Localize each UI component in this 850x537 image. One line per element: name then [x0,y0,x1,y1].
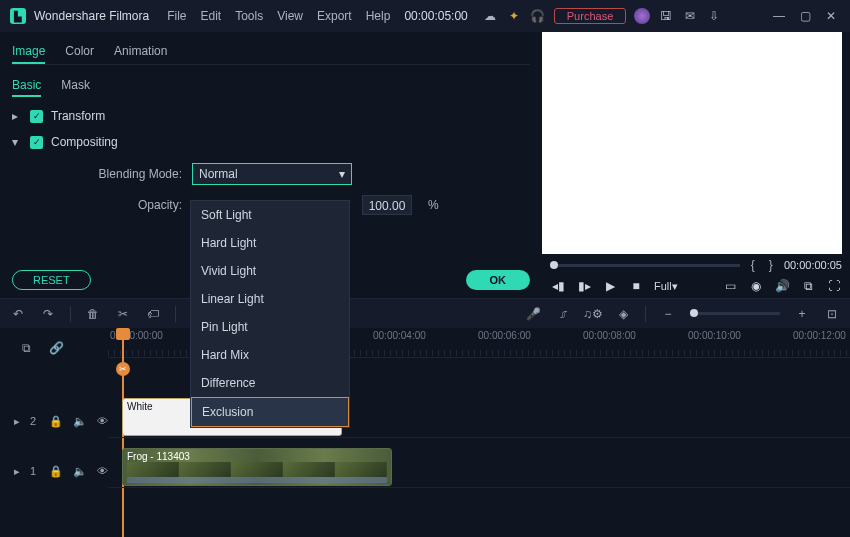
tab-animation[interactable]: Animation [114,40,167,64]
menu-view[interactable]: View [277,9,303,23]
prev-frame-icon[interactable]: ◂▮ [550,278,566,294]
download-icon[interactable]: ⇩ [706,8,722,24]
mark-out-icon[interactable]: } [766,258,776,272]
dd-item-hard-mix[interactable]: Hard Mix [191,341,349,369]
close-button[interactable]: ✕ [822,9,840,23]
clip-label: White [127,401,153,412]
menu-help[interactable]: Help [366,9,391,23]
mic-icon[interactable]: 🎤 [525,306,541,322]
fullscreen-icon[interactable]: ⛶ [826,278,842,294]
marker-icon[interactable]: ◈ [615,306,631,322]
clip-frog[interactable]: Frog - 113403 [122,448,392,486]
subtab-basic[interactable]: Basic [12,75,41,97]
opacity-label: Opacity: [92,198,182,212]
menu-tools[interactable]: Tools [235,9,263,23]
dd-item-soft-light[interactable]: Soft Light [191,201,349,229]
top-timecode: 00:00:05:00 [404,9,467,23]
reset-button[interactable]: RESET [12,270,91,290]
track-row-1[interactable]: Frog - 113403 [108,446,850,488]
visibility-icon[interactable]: 👁 [97,415,108,427]
blending-mode-label: Blending Mode: [92,167,182,181]
transform-checkbox[interactable]: ✓ [30,110,43,123]
tab-color[interactable]: Color [65,40,94,64]
quality-select[interactable]: Full ▾ [654,278,678,294]
app-title: Wondershare Filmora [34,9,149,23]
ruler-label: 00:00:06:00 [478,330,531,341]
dd-item-pin-light[interactable]: Pin Light [191,313,349,341]
maximize-button[interactable]: ▢ [796,9,814,23]
track-toggle-icon[interactable]: ▸ [14,415,20,428]
dd-item-vivid-light[interactable]: Vivid Light [191,257,349,285]
notification-icon[interactable]: ✉ [682,8,698,24]
mixer-icon[interactable]: ⎎ [555,306,571,322]
zoom-in-icon[interactable]: + [794,306,810,322]
avatar-icon[interactable] [634,8,650,24]
lock-icon[interactable]: 🔒 [49,465,63,478]
blending-mode-dropdown: Soft Light Hard Light Vivid Light Linear… [190,200,350,428]
zoom-out-icon[interactable]: − [660,306,676,322]
compositing-checkbox[interactable]: ✓ [30,136,43,149]
ruler-label: 00:00:12:00 [793,330,846,341]
chevron-down-icon: ▾ [12,135,22,149]
pop-out-icon[interactable]: ⧉ [800,278,816,294]
mute-icon[interactable]: 🔈 [73,465,87,478]
opacity-value[interactable]: 100.00 [362,195,412,215]
blending-mode-select[interactable]: Normal ▾ [192,163,352,185]
app-logo-icon: ▙ [10,8,26,24]
dd-item-linear-light[interactable]: Linear Light [191,285,349,313]
preview-canvas[interactable] [542,32,842,254]
track-toggle-icon[interactable]: ▸ [14,465,20,478]
dd-item-difference[interactable]: Difference [191,369,349,397]
ruler-label: 00:00:08:00 [583,330,636,341]
tab-image[interactable]: Image [12,40,45,64]
dd-item-hard-light[interactable]: Hard Light [191,229,349,257]
mark-in-icon[interactable]: { [748,258,758,272]
compositing-label: Compositing [51,135,118,149]
undo-icon[interactable]: ↶ [10,306,26,322]
track-headers: ⧉ 🔗 ▸ 2 🔒 🔈 👁 ▸ 1 🔒 🔈 👁 [0,328,108,537]
play-icon[interactable]: ▮▸ [576,278,592,294]
preview-timecode: 00:00:00:05 [784,259,842,271]
menu-edit[interactable]: Edit [201,9,222,23]
dd-item-exclusion[interactable]: Exclusion [191,397,349,427]
menu-file[interactable]: File [167,9,186,23]
subtab-mask[interactable]: Mask [61,75,90,97]
track-id: 2 [30,415,39,427]
mute-icon[interactable]: 🔈 [73,415,87,428]
zoom-fit-icon[interactable]: ⊡ [824,306,840,322]
track-header-2: ▸ 2 🔒 🔈 👁 [0,396,108,446]
zoom-slider[interactable] [690,312,780,315]
redo-icon[interactable]: ↷ [40,306,56,322]
delete-icon[interactable]: 🗑 [85,306,101,322]
save-icon[interactable]: 🖫 [658,8,674,24]
section-compositing[interactable]: ▾ ✓ Compositing [12,135,530,149]
tag-icon[interactable]: 🏷 [145,306,161,322]
timeline-toolbar: ↶ ↷ 🗑 ✂ 🏷 ▣ ⟳ ◑ » 🎤 ⎎ ♫⚙ ◈ − + ⊡ [0,298,850,328]
tips-icon[interactable]: ✦ [506,8,522,24]
stop-icon[interactable]: ■ [628,278,644,294]
ruler-label: 00:00:10:00 [688,330,741,341]
section-transform[interactable]: ▸ ✓ Transform [12,109,530,123]
overlap-icon[interactable]: ⧉ [18,340,34,356]
play-button[interactable]: ▶ [602,278,618,294]
titlebar: ▙ Wondershare Filmora File Edit Tools Vi… [0,0,850,32]
minimize-button[interactable]: — [770,9,788,23]
cut-marker-icon[interactable]: ✂ [116,362,130,376]
visibility-icon[interactable]: 👁 [97,465,108,477]
headset-icon[interactable]: 🎧 [530,8,546,24]
preview-panel: { } 00:00:00:05 ◂▮ ▮▸ ▶ ■ Full ▾ ▭ ◉ 🔊 ⧉… [542,32,850,298]
purchase-button[interactable]: Purchase [554,8,626,24]
track-id: 1 [30,465,39,477]
ok-button[interactable]: OK [466,270,531,290]
display-icon[interactable]: ▭ [722,278,738,294]
audio-settings-icon[interactable]: ♫⚙ [585,306,601,322]
cloud-icon[interactable]: ☁ [482,8,498,24]
cut-icon[interactable]: ✂ [115,306,131,322]
preview-seek-slider[interactable] [550,264,740,267]
menu-export[interactable]: Export [317,9,352,23]
snapshot-icon[interactable]: ◉ [748,278,764,294]
link-icon[interactable]: 🔗 [48,340,64,356]
volume-icon[interactable]: 🔊 [774,278,790,294]
transform-label: Transform [51,109,105,123]
lock-icon[interactable]: 🔒 [49,415,63,428]
